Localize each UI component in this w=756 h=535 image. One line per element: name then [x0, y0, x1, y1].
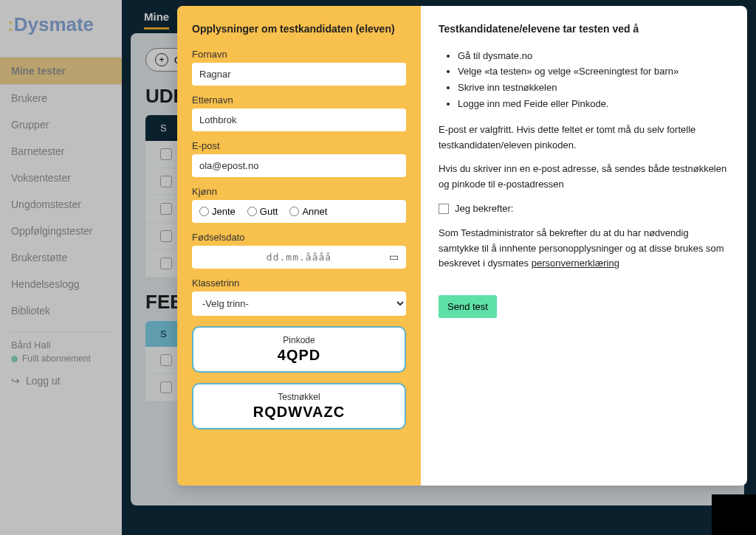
- info-heading: Testkandidatene/elevene tar testen ved å: [439, 22, 729, 37]
- pin-box: Pinkode 4QPD: [192, 326, 406, 373]
- modal: Opplysninger om testkandidaten (eleven) …: [177, 6, 747, 486]
- klasse-label: Klassetrinn: [192, 277, 406, 289]
- modal-title: Opplysninger om testkandidaten (eleven): [192, 22, 406, 37]
- epost-input[interactable]: [192, 154, 406, 177]
- key-value: RQDWVAZC: [201, 404, 397, 421]
- kjonn-label: Kjønn: [192, 186, 406, 197]
- fornavn-label: Fornavn: [192, 49, 406, 60]
- radio-gutt-input[interactable]: [247, 207, 257, 216]
- modal-form: Opplysninger om testkandidaten (eleven) …: [177, 6, 421, 486]
- send-test-button[interactable]: Send test: [439, 295, 497, 318]
- radio-jente[interactable]: Jente: [199, 206, 236, 217]
- info-p1: E-post er valgfritt. Hvis dette feltet e…: [439, 122, 729, 153]
- confirm-row[interactable]: Jeg bekrefter:: [439, 201, 729, 217]
- info-steps: Gå til dysmate.no Velge «ta testen» og v…: [458, 49, 729, 112]
- radio-gutt-label: Gutt: [260, 206, 278, 217]
- klasse-select[interactable]: -Velg trinn-: [192, 291, 406, 316]
- modal-info: Testkandidatene/elevene tar testen ved å…: [421, 6, 747, 486]
- radio-jente-input[interactable]: [199, 207, 209, 216]
- dato-input[interactable]: [192, 246, 406, 269]
- confirm-checkbox[interactable]: [439, 204, 449, 214]
- info-step: Gå til dysmate.no: [458, 49, 729, 64]
- key-label: Testnøkkel: [201, 392, 397, 402]
- radio-annet[interactable]: Annet: [289, 206, 327, 217]
- etternavn-label: Etternavn: [192, 94, 406, 106]
- epost-label: E-post: [192, 140, 406, 151]
- info-step: Skrive inn testnøkkelen: [458, 80, 729, 96]
- info-p2: Hvis du skriver inn en e-post adresse, s…: [439, 162, 729, 193]
- radio-jente-label: Jente: [212, 206, 236, 217]
- pin-label: Pinkode: [201, 335, 397, 345]
- kjonn-radio-group: Jente Gutt Annet: [192, 200, 406, 223]
- radio-gutt[interactable]: Gutt: [247, 206, 278, 217]
- etternavn-input[interactable]: [192, 108, 406, 131]
- privacy-link[interactable]: personvernerklæring: [532, 258, 619, 269]
- radio-annet-input[interactable]: [289, 207, 299, 216]
- info-step: Logge inn med Feide eller Pinkode.: [458, 97, 729, 112]
- fornavn-input[interactable]: [192, 63, 406, 86]
- radio-annet-label: Annet: [302, 206, 327, 217]
- info-step: Velge «ta testen» og velge «Screeningtes…: [458, 64, 729, 80]
- corner-overlay: [712, 494, 756, 535]
- calendar-icon[interactable]: ▭: [389, 251, 399, 263]
- dato-label: Fødselsdato: [192, 232, 406, 243]
- pin-value: 4QPD: [201, 347, 397, 364]
- confirm-label: Jeg bekrefter:: [455, 201, 514, 217]
- info-p3: Som Testadministrator så bekrefter du at…: [439, 226, 729, 272]
- dato-wrap: ▭: [192, 246, 406, 269]
- key-box: Testnøkkel RQDWVAZC: [192, 383, 406, 429]
